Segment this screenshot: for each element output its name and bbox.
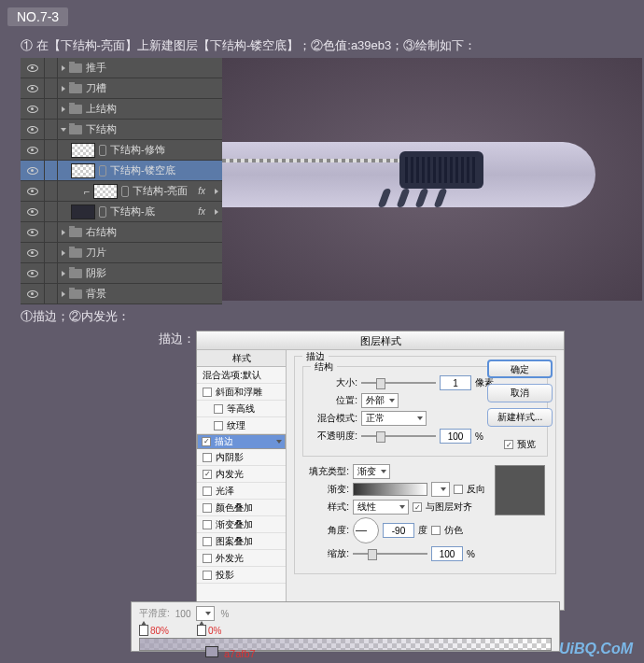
smooth-dropdown[interactable]: [196, 606, 215, 621]
style-checkbox[interactable]: ✓: [202, 437, 211, 446]
layer-row[interactable]: 背景: [21, 284, 222, 304]
dialog-title: 图层样式: [197, 332, 564, 350]
newstyle-button[interactable]: 新建样式...: [487, 408, 553, 427]
visibility-toggle[interactable]: [21, 222, 45, 242]
position-select[interactable]: 外部: [361, 393, 399, 408]
style-item[interactable]: 内阴影: [197, 449, 286, 466]
layer-row[interactable]: 刀片: [21, 243, 222, 263]
style-checkbox[interactable]: [203, 487, 212, 496]
opacity-stop-icon[interactable]: [197, 625, 206, 636]
style-label: 纹理: [227, 419, 245, 432]
style-checkbox[interactable]: [203, 554, 212, 563]
fx-badge[interactable]: fx: [198, 186, 205, 196]
visibility-toggle[interactable]: [21, 99, 45, 119]
fx-expand-icon[interactable]: [215, 209, 218, 215]
fx-expand-icon[interactable]: [215, 189, 218, 194]
visibility-toggle[interactable]: [21, 58, 45, 78]
align-checkbox[interactable]: ✓: [413, 502, 422, 512]
style-checkbox[interactable]: [203, 503, 212, 513]
layer-name: 推手: [86, 61, 106, 75]
style-item[interactable]: 图案叠加: [197, 533, 286, 550]
style-checkbox[interactable]: [203, 571, 212, 580]
gradient-dropdown[interactable]: [431, 482, 450, 497]
visibility-toggle[interactable]: [21, 243, 45, 262]
opacity-input[interactable]: [440, 429, 471, 444]
style-item[interactable]: ✓描边: [197, 434, 286, 449]
style-checkbox[interactable]: ✓: [203, 470, 212, 479]
style-checkbox[interactable]: [203, 453, 212, 462]
visibility-toggle[interactable]: [21, 181, 45, 201]
reverse-checkbox[interactable]: [454, 485, 463, 494]
expand-arrow-icon[interactable]: [62, 271, 65, 276]
layer-row[interactable]: ⌐下结构-亮面fx: [21, 181, 222, 202]
gradient-preview[interactable]: [353, 483, 427, 496]
style-item[interactable]: 外发光: [197, 550, 286, 567]
style-checkbox[interactable]: [203, 520, 212, 529]
layer-row[interactable]: 阴影: [21, 263, 222, 284]
style-item[interactable]: 光泽: [197, 483, 286, 500]
style-item[interactable]: 渐变叠加: [197, 516, 286, 533]
layer-row[interactable]: 刀槽: [21, 78, 222, 99]
blend-options-row[interactable]: 混合选项:默认: [197, 367, 286, 384]
styles-header[interactable]: 样式: [197, 350, 286, 367]
filltype-select[interactable]: 渐变: [353, 464, 390, 479]
layer-row[interactable]: 推手: [21, 58, 222, 78]
visibility-toggle[interactable]: [21, 120, 45, 139]
visibility-toggle[interactable]: [21, 78, 45, 98]
style-item[interactable]: 斜面和浮雕: [197, 384, 286, 401]
expand-arrow-icon[interactable]: [62, 106, 65, 112]
visibility-toggle[interactable]: [21, 263, 45, 283]
size-input[interactable]: [440, 375, 471, 390]
ok-button[interactable]: 确定: [487, 360, 553, 378]
visibility-toggle[interactable]: [21, 202, 45, 221]
layer-row[interactable]: 右结构: [21, 222, 222, 243]
color-hex-value: a7afb7: [224, 648, 256, 659]
styles-list: 样式 混合选项:默认 斜面和浮雕等高线纹理✓描边内阴影✓内发光光泽颜色叠加渐变叠…: [197, 350, 287, 610]
dither-checkbox[interactable]: [431, 526, 441, 535]
style-checkbox[interactable]: [203, 388, 212, 397]
layer-name: 阴影: [86, 266, 106, 280]
eye-icon: [27, 167, 38, 175]
angle-dial[interactable]: [353, 517, 379, 543]
blendmode-select[interactable]: 正常: [361, 411, 427, 426]
expand-arrow-icon[interactable]: [62, 250, 65, 256]
layer-thumbnail: [71, 205, 95, 219]
style-checkbox[interactable]: [203, 537, 212, 546]
eye-icon: [27, 270, 38, 277]
expand-arrow-icon[interactable]: [62, 65, 65, 71]
visibility-toggle[interactable]: [21, 140, 45, 160]
expand-arrow-icon[interactable]: [61, 128, 66, 132]
gradient-bar[interactable]: [139, 638, 552, 651]
style-item[interactable]: 纹理: [197, 417, 286, 434]
layer-row[interactable]: 下结构-镂空底: [21, 161, 222, 181]
style-checkbox[interactable]: [214, 404, 223, 414]
preview-checkbox[interactable]: ✓: [504, 440, 513, 449]
layer-row[interactable]: 上结构: [21, 99, 222, 120]
opacity-stop-icon[interactable]: [139, 625, 148, 636]
style-item[interactable]: 颜色叠加: [197, 500, 286, 516]
size-slider[interactable]: [361, 382, 436, 384]
gradstyle-select[interactable]: 线性: [353, 500, 409, 515]
layer-row[interactable]: 下结构-底fx: [21, 202, 222, 222]
style-item[interactable]: 等高线: [197, 401, 286, 417]
angle-input[interactable]: [383, 523, 414, 538]
layer-row[interactable]: 下结构-修饰: [21, 140, 222, 161]
fx-badge[interactable]: fx: [198, 206, 205, 217]
opacity-slider[interactable]: [361, 435, 436, 437]
expand-arrow-icon[interactable]: [62, 291, 65, 297]
scale-slider[interactable]: [353, 553, 427, 555]
style-item[interactable]: ✓内发光: [197, 466, 286, 483]
layer-row[interactable]: 下结构: [21, 120, 222, 140]
expand-arrow-icon[interactable]: [62, 230, 65, 235]
style-checkbox[interactable]: [214, 421, 223, 430]
style-label: 内发光: [216, 468, 244, 481]
visibility-toggle[interactable]: [21, 161, 45, 180]
cancel-button[interactable]: 取消: [487, 384, 553, 402]
visibility-toggle[interactable]: [21, 284, 45, 303]
color-swatch[interactable]: [205, 646, 218, 657]
scale-input[interactable]: [431, 546, 463, 561]
expand-arrow-icon[interactable]: [62, 86, 65, 92]
layer-name: 上结构: [86, 102, 117, 116]
style-item[interactable]: 投影: [197, 567, 286, 584]
gradient-label: 渐变:: [302, 483, 349, 496]
